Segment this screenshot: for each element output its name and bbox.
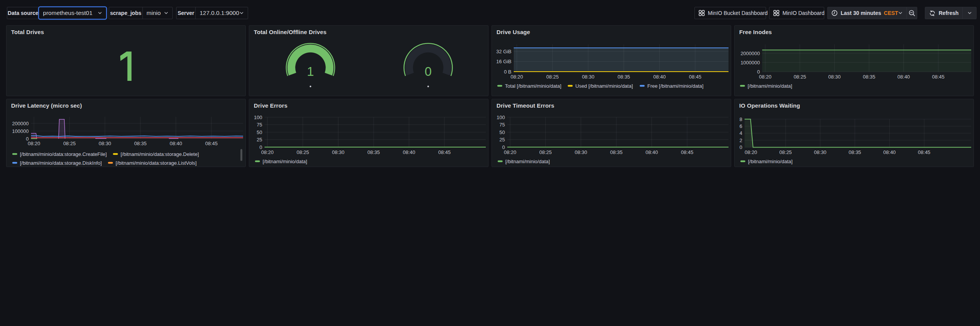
svg-text:16 GiB: 16 GiB [496,59,511,64]
svg-text:08:30: 08:30 [575,149,587,155]
svg-text:08:45: 08:45 [205,141,218,146]
svg-text:08:20: 08:20 [504,149,516,155]
svg-text:0: 0 [425,64,431,79]
svg-text:08:40: 08:40 [403,149,415,155]
svg-text:Free [/bitnami/minio/data]: Free [/bitnami/minio/data] [647,83,704,89]
svg-text:25: 25 [257,137,262,143]
svg-text:[/bitnami/minio/data]: [/bitnami/minio/data] [505,159,550,164]
svg-text:08:20: 08:20 [261,149,274,155]
svg-text:08:35: 08:35 [863,74,875,80]
svg-text:08:35: 08:35 [610,149,623,155]
svg-text:08:30: 08:30 [332,149,345,155]
svg-text:08:20: 08:20 [759,74,772,80]
svg-text:08:40: 08:40 [645,149,658,155]
svg-text:08:30: 08:30 [814,149,826,155]
svg-text:[/bitnami/minio/data:storage.D: [/bitnami/minio/data:storage.DiskInfo] [20,160,102,166]
svg-text:08:45: 08:45 [681,149,694,155]
svg-text:[/bitnami/minio/data]: [/bitnami/minio/data] [263,159,307,164]
svg-text:08:25: 08:25 [63,141,76,146]
svg-text:2000000: 2000000 [740,51,760,56]
svg-text:08:30: 08:30 [828,74,841,80]
svg-text:08:20: 08:20 [28,141,40,146]
svg-text:75: 75 [257,122,262,128]
svg-text:Total [/bitnami/minio/data]: Total [/bitnami/minio/data] [505,83,561,89]
svg-text:4: 4 [740,130,742,136]
svg-text:100: 100 [254,115,262,120]
svg-text:100: 100 [497,115,505,120]
svg-text:08:25: 08:25 [297,149,309,155]
svg-text:08:40: 08:40 [653,74,666,80]
svg-text:8: 8 [740,116,742,122]
svg-text:08:25: 08:25 [546,74,559,80]
svg-text:08:30: 08:30 [582,74,595,80]
svg-text:[/bitnami/minio/data]: [/bitnami/minio/data] [748,159,792,164]
svg-text:1: 1 [307,64,314,79]
svg-text:2: 2 [740,138,742,143]
svg-text:08:45: 08:45 [689,74,702,80]
svg-text:08:40: 08:40 [170,141,182,146]
svg-text:08:35: 08:35 [617,74,630,80]
svg-text:50: 50 [500,129,505,135]
svg-text:6: 6 [740,123,742,129]
svg-text:08:45: 08:45 [438,149,451,155]
svg-text:08:45: 08:45 [932,74,945,80]
svg-text:08:40: 08:40 [897,74,910,80]
svg-text:75: 75 [500,122,505,128]
svg-text:08:40: 08:40 [883,149,896,155]
svg-text:08:20: 08:20 [745,149,757,155]
svg-text:1000000: 1000000 [740,60,760,66]
svg-text:08:35: 08:35 [849,149,861,155]
svg-text:08:25: 08:25 [794,74,806,80]
svg-text:100000: 100000 [12,128,29,134]
svg-text:32 GiB: 32 GiB [496,49,511,54]
svg-text:200000: 200000 [12,121,29,126]
svg-text:50: 50 [257,129,262,135]
svg-text:Used [/bitnami/minio/data]: Used [/bitnami/minio/data] [575,83,633,89]
svg-text:08:45: 08:45 [918,149,931,155]
svg-text:[/bitnami/minio/data:storage.C: [/bitnami/minio/data:storage.CreateFile] [20,151,107,157]
svg-text:08:35: 08:35 [134,141,147,146]
svg-text:08:35: 08:35 [368,149,380,155]
svg-text:08:20: 08:20 [511,74,523,80]
svg-text:25: 25 [500,137,505,143]
svg-text:0: 0 [740,144,742,150]
svg-text:[/bitnami/minio/data]: [/bitnami/minio/data] [748,83,792,89]
svg-text:08:25: 08:25 [779,149,792,155]
svg-text:08:25: 08:25 [539,149,552,155]
svg-text:08:30: 08:30 [99,141,111,146]
svg-text:[/bitnami/minio/data:storage.D: [/bitnami/minio/data:storage.Delete] [121,151,199,157]
svg-text:[/bitnami/minio/data:storage.L: [/bitnami/minio/data:storage.ListVols] [116,160,197,166]
